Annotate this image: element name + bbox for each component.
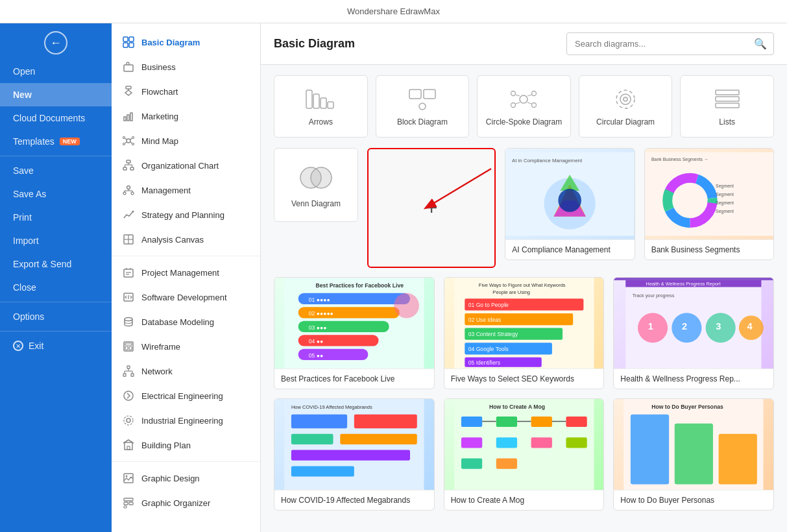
lists-card[interactable]: Lists	[680, 75, 774, 138]
graphic-label: Graphic Design	[141, 474, 200, 483]
svg-text:03 ●●●: 03 ●●●	[309, 324, 327, 331]
center-item-strategy[interactable]: Strategy and Planning	[112, 202, 260, 227]
svg-point-59	[124, 416, 133, 425]
svg-rect-73	[424, 90, 435, 99]
svg-text:AI in Compliance Management: AI in Compliance Management	[512, 158, 583, 163]
center-item-orgchart[interactable]: Organizational Chart	[112, 153, 260, 178]
seo-card[interactable]: Five Ways to Figure out What Keywords Pe…	[444, 277, 605, 389]
svg-rect-66	[129, 502, 133, 505]
sidebar-item-cloud[interactable]: Cloud Documents	[0, 106, 112, 130]
svg-rect-5	[126, 86, 131, 89]
svg-point-63	[126, 476, 128, 478]
center-item-network[interactable]: Network	[112, 359, 260, 383]
app-title: Wondershare EdrawMax	[347, 6, 440, 16]
covid-card[interactable]: How COVID-19 Affected Megabrands How COV…	[274, 398, 435, 511]
new-blank-card[interactable]: +	[367, 148, 496, 268]
orgchart-icon	[122, 159, 135, 172]
block-card[interactable]: Block Diagram	[376, 75, 470, 138]
mog-label: How to Create A Mog	[444, 490, 604, 510]
center-item-analysis[interactable]: Analysis Canvas	[112, 227, 260, 252]
svg-rect-89	[716, 103, 739, 108]
svg-rect-1	[129, 37, 134, 42]
center-item-graphic[interactable]: Graphic Design	[112, 466, 260, 490]
sidebar-item-save-as[interactable]: Save As	[0, 182, 112, 206]
back-button-area[interactable]: ←	[0, 23, 112, 60]
buyer-card[interactable]: How to Do Buyer Personas How to Do Buyer…	[613, 398, 774, 511]
center-item-electrical[interactable]: Electrical Engineering	[112, 383, 260, 408]
circle-spoke-label: Circle-Spoke Diagram	[486, 117, 562, 127]
graphic-icon	[122, 472, 135, 485]
mog-card[interactable]: How to Create A Mog	[444, 398, 605, 511]
arrows-card[interactable]: Arrows	[274, 75, 368, 138]
venn-card[interactable]: Venn Diagram	[274, 148, 358, 222]
sidebar-item-templates[interactable]: Templates NEW	[0, 130, 112, 153]
center-item-basic[interactable]: Basic Diagram	[112, 30, 260, 54]
bank-label: Bank Business Segments	[645, 239, 773, 260]
center-item-industrial[interactable]: Industrial Engineering	[112, 408, 260, 433]
new-blank-container: +	[367, 148, 496, 268]
mindmap-label: Mind Map	[141, 136, 178, 146]
svg-rect-149	[291, 415, 347, 429]
building-label: Building Plan	[141, 441, 191, 450]
industrial-label: Industrial Engineering	[141, 416, 223, 426]
bank-card[interactable]: Bank Business Segments → Segment Segment…	[644, 148, 774, 260]
svg-point-57	[124, 391, 133, 400]
lists-thumbnail	[711, 86, 744, 112]
center-item-business[interactable]: Business	[112, 54, 260, 79]
center-item-wireframe[interactable]: Wireframe	[112, 334, 260, 359]
center-divider-2	[112, 461, 260, 462]
svg-text:Five Ways to Figure out What K: Five Ways to Figure out What Keywords	[479, 282, 566, 288]
sidebar-item-print[interactable]: Print	[0, 206, 112, 229]
facebook-card[interactable]: Best Practices for Facebook Live 01 ●●●●…	[274, 277, 435, 389]
svg-line-17	[130, 138, 132, 139]
center-item-marketing[interactable]: Marketing	[112, 104, 260, 128]
circle-spoke-card[interactable]: Circle-Spoke Diagram	[477, 75, 571, 138]
electrical-icon	[122, 389, 135, 402]
compliance-card[interactable]: AI in Compliance Management AI Complianc…	[505, 148, 635, 260]
svg-rect-157	[461, 417, 482, 427]
center-item-pm[interactable]: Project Management	[112, 260, 260, 285]
svg-rect-174	[719, 434, 757, 485]
center-item-database[interactable]: Database Modeling	[112, 309, 260, 334]
sidebar-item-close[interactable]: Close	[0, 276, 112, 299]
center-item-management[interactable]: Management	[112, 178, 260, 202]
center-item-gorganizer[interactable]: Graphic Organizer	[112, 490, 260, 515]
center-item-mindmap[interactable]: Mind Map	[112, 128, 260, 153]
search-button[interactable]: 🔍	[747, 33, 773, 54]
search-input[interactable]	[567, 34, 747, 53]
import-label: Import	[13, 236, 39, 246]
sidebar-item-save[interactable]: Save	[0, 159, 112, 182]
svg-rect-38	[124, 269, 133, 277]
sidebar-item-open[interactable]: Open	[0, 60, 112, 83]
business-icon	[122, 60, 135, 73]
circular-card[interactable]: Circular Diagram	[579, 75, 673, 138]
center-item-building[interactable]: Building Plan	[112, 433, 260, 457]
mindmap-icon	[122, 134, 135, 147]
svg-text:02 ●●●●●: 02 ●●●●●	[309, 310, 333, 317]
exit-button[interactable]: ✕ Exit	[0, 334, 112, 357]
svg-point-86	[624, 97, 627, 101]
svg-point-12	[123, 137, 125, 139]
export-label: Export & Send	[13, 259, 71, 269]
back-button[interactable]: ←	[44, 31, 67, 54]
health-card[interactable]: Health & Wellness Progress Report Track …	[613, 277, 774, 389]
svg-point-76	[511, 91, 516, 96]
sidebar-item-export[interactable]: Export & Send	[0, 252, 112, 276]
software-label: Software Development	[141, 293, 227, 302]
diagram-grid: Arrows Block Diagram Circle-Spoke Diagra…	[261, 65, 787, 532]
svg-rect-164	[461, 437, 482, 448]
svg-rect-153	[291, 450, 410, 461]
sidebar-item-import[interactable]: Import	[0, 229, 112, 252]
svg-rect-2	[123, 43, 128, 47]
right-content: Basic Diagram 🔍 Arrows	[261, 23, 787, 532]
center-item-flowchart[interactable]: Flowchart	[112, 79, 260, 104]
close-label: Close	[13, 282, 36, 293]
svg-rect-150	[354, 415, 417, 429]
sidebar-item-options[interactable]: Options	[0, 305, 112, 328]
sidebar-item-new[interactable]: New	[0, 83, 112, 106]
svg-line-82	[516, 103, 520, 104]
wireframe-icon	[122, 340, 135, 353]
svg-rect-65	[124, 502, 128, 505]
basic-label: Basic Diagram	[141, 38, 200, 47]
center-item-software[interactable]: Software Development	[112, 285, 260, 309]
